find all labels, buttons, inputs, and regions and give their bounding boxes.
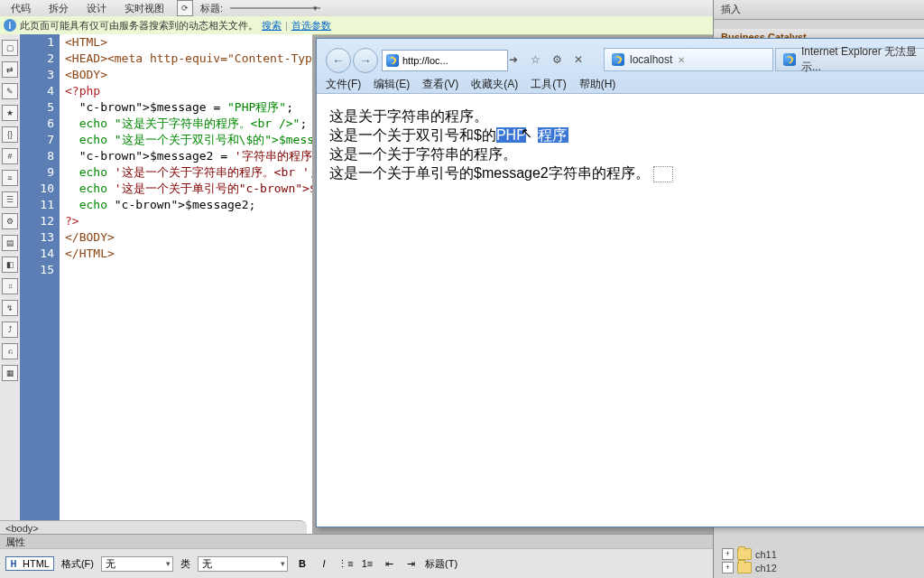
list-ul-button[interactable]: ⋮≡	[338, 556, 353, 571]
html-mode-button[interactable]: HTML	[5, 556, 54, 571]
rail-icon[interactable]: ▤	[2, 235, 18, 251]
rail-icon[interactable]: ◧	[2, 256, 18, 273]
btn-code[interactable]: 代码	[5, 2, 36, 15]
folder-icon	[737, 548, 752, 560]
prefs-link[interactable]: 首选参数	[291, 19, 331, 33]
format-select[interactable]: 无	[101, 556, 173, 572]
outdent-button[interactable]: ⇤	[382, 556, 396, 571]
line-gutter: 123456789101112131415	[20, 34, 60, 535]
back-button[interactable]: ←	[326, 48, 351, 73]
italic-button[interactable]: I	[317, 556, 331, 571]
menu-item[interactable]: 工具(T)	[531, 77, 566, 92]
rail-icon[interactable]: ⇄	[2, 61, 18, 78]
output-line: 这是关于字符串的程序。	[329, 107, 913, 126]
panel-insert[interactable]: 插入	[714, 0, 924, 20]
refresh-icon[interactable]: ⟳	[177, 0, 193, 16]
ie-icon	[386, 54, 399, 67]
html-label: HTML	[23, 558, 50, 569]
related-files-bar: i 此页面可能具有仅可由服务器搜索到的动态相关文件。 搜索 | 首选参数	[0, 16, 713, 35]
output-line: 这是一个关于双引号和$的PHP↖程序	[329, 126, 913, 144]
search-link[interactable]: 搜索	[262, 19, 282, 33]
ie-page-content[interactable]: 这是关于字符串的程序。 这是一个关于双引号和$的PHP↖程序 这是一个关于字符串…	[317, 95, 924, 527]
output-line: 这是一个关于单引号的$message2字符串的程序。	[329, 164, 913, 182]
rail-icon[interactable]: ☰	[2, 191, 18, 208]
resize-ghost-icon	[653, 166, 673, 182]
rail-icon[interactable]: {}	[2, 126, 18, 143]
selection: 程序	[538, 127, 568, 143]
rail-icon[interactable]: #	[2, 148, 18, 164]
tab-localhost[interactable]: localhost ✕	[604, 48, 773, 71]
tab-label: localhost	[630, 53, 672, 66]
title-label: 标题:	[200, 2, 223, 15]
tab-label: Internet Explorer 无法显示...	[801, 44, 924, 75]
btn-split[interactable]: 拆分	[43, 2, 74, 15]
expand-icon[interactable]: +	[722, 562, 734, 573]
class-label: 类	[180, 557, 190, 571]
cursor-icon: ↖	[521, 125, 532, 143]
format-label: 格式(F)	[61, 557, 94, 571]
ie-tabstrip: localhost ✕ Internet Explorer 无法显示...	[604, 48, 924, 71]
rail-icon[interactable]: ▦	[2, 365, 18, 381]
menu-item[interactable]: 编辑(E)	[374, 77, 410, 92]
forward-button[interactable]: →	[353, 48, 378, 73]
rail-icon[interactable]: ↯	[2, 300, 18, 316]
rail-icon[interactable]: ▢	[2, 40, 18, 56]
bold-button[interactable]: B	[295, 556, 310, 571]
rail-icon[interactable]: ★	[2, 105, 18, 121]
tree-item-ch12[interactable]: + ch12	[722, 561, 920, 574]
tree-label: ch12	[755, 563, 777, 573]
code-toolbar-rail: ▢ ⇄ ✎ ★ {} # ≡ ☰ ⚙ ▤ ◧ ⌗ ↯ ⤴ ⎌ ▦	[0, 34, 21, 535]
tree-label: ch11	[755, 549, 777, 560]
rail-icon[interactable]: ≡	[2, 170, 18, 186]
ie-header: ← → http://loc... ➜ ☆ ⚙ ✕ localhost ✕ In…	[317, 39, 924, 94]
ie-icon	[783, 53, 796, 66]
text: 这是一个关于单引号的$message2字符串的程序。	[329, 165, 650, 181]
gear-icon[interactable]: ⚙	[548, 51, 566, 69]
properties-header[interactable]: 属性	[0, 534, 713, 549]
properties-panel: HTML 格式(F) 无 类 无 B I ⋮≡ 1≡ ⇤ ⇥ 标题(T)	[0, 548, 713, 578]
ie-browser-window: ← → http://loc... ➜ ☆ ⚙ ✕ localhost ✕ In…	[316, 38, 924, 527]
menu-item[interactable]: 帮助(H)	[579, 77, 616, 92]
expand-icon[interactable]: +	[722, 548, 734, 560]
tag-selector[interactable]: <body>	[0, 520, 307, 535]
menu-item[interactable]: 收藏夹(A)	[471, 77, 518, 92]
rail-icon[interactable]: ⌗	[2, 278, 18, 294]
info-text: 此页面可能具有仅可由服务器搜索到的动态相关文件。	[20, 19, 258, 33]
btn-live[interactable]: 实时视图	[119, 2, 170, 15]
go-icon[interactable]: ➜	[504, 51, 522, 69]
file-tree: + ch11 + ch12	[722, 547, 920, 574]
fav-icon[interactable]: ☆	[526, 51, 544, 69]
folder-icon	[737, 562, 752, 573]
address-tools: ➜ ☆ ⚙ ✕	[504, 50, 587, 70]
title-input[interactable]	[230, 7, 320, 9]
rail-icon[interactable]: ✎	[2, 83, 18, 99]
tree-item-ch11[interactable]: + ch11	[722, 547, 920, 561]
code-editor[interactable]: <HTML><HEAD><meta http-equiv="Content-Ty…	[60, 34, 312, 535]
menu-item[interactable]: 查看(V)	[422, 77, 458, 92]
rail-icon[interactable]: ⤴	[2, 322, 18, 338]
title-button-label: 标题(T)	[425, 557, 457, 571]
ie-menubar: 文件(F)编辑(E)查看(V)收藏夹(A)工具(T)帮助(H)	[326, 77, 615, 92]
list-ol-button[interactable]: 1≡	[360, 556, 374, 571]
menu-item[interactable]: 文件(F)	[326, 77, 361, 92]
indent-button[interactable]: ⇥	[403, 556, 418, 571]
ie-icon	[612, 53, 624, 66]
url-text: http://loc...	[402, 55, 448, 66]
close-icon[interactable]: ✕	[678, 55, 685, 65]
text: 这是一个关于双引号和$的	[329, 127, 496, 143]
address-bar[interactable]: http://loc...	[382, 50, 508, 71]
tab-error[interactable]: Internet Explorer 无法显示...	[775, 48, 924, 71]
btn-design[interactable]: 设计	[81, 2, 112, 15]
info-icon: i	[4, 19, 16, 32]
output-line: 这是一个关于字符串的程序。	[329, 145, 913, 163]
stop-icon[interactable]: ✕	[569, 51, 587, 69]
class-select[interactable]: 无	[198, 556, 288, 572]
rail-icon[interactable]: ⚙	[2, 213, 18, 229]
rail-icon[interactable]: ⎌	[2, 343, 18, 359]
